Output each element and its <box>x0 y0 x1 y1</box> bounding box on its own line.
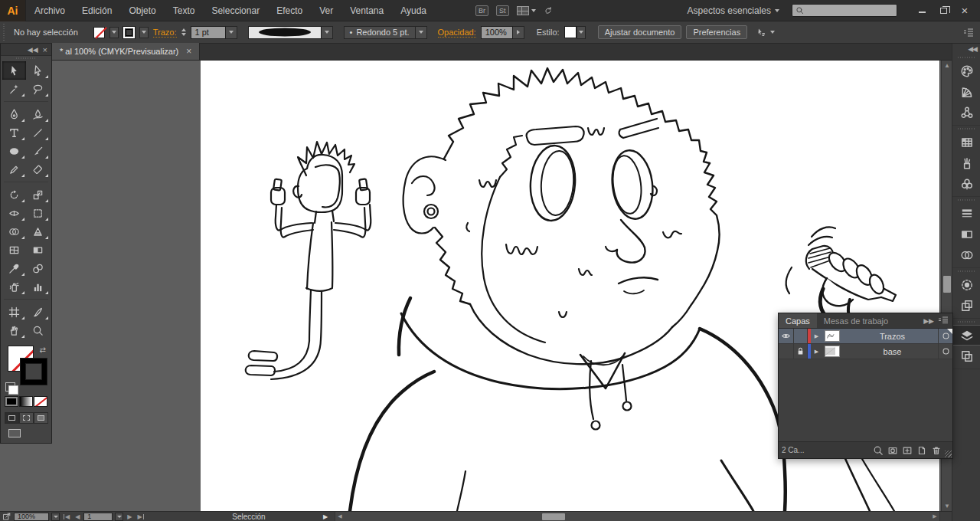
expand-panel-icon[interactable]: ▶▶ <box>923 317 934 325</box>
style-swatch[interactable] <box>564 26 577 38</box>
draw-inside-button[interactable] <box>34 412 48 424</box>
menu-item-seleccionar[interactable]: Seleccionar <box>203 0 268 21</box>
close-panel-icon[interactable]: × <box>43 45 47 54</box>
opacity-dropdown[interactable] <box>513 26 524 39</box>
make-clipping-mask-icon[interactable] <box>885 444 900 457</box>
collapse-panel-icon[interactable]: ◀◀ <box>28 46 38 54</box>
default-fill-stroke-icon[interactable] <box>5 382 15 392</box>
graphic-styles-panel-icon[interactable] <box>952 295 980 316</box>
width-profile-dropdown[interactable] <box>322 26 333 39</box>
color-themes-panel-icon[interactable] <box>952 102 980 123</box>
color-button[interactable] <box>5 396 18 407</box>
draw-normal-button[interactable] <box>5 412 19 424</box>
minimize-button[interactable] <box>911 2 933 19</box>
new-layer-icon[interactable] <box>914 444 929 457</box>
screen-mode-button[interactable] <box>1 424 51 443</box>
dock-group-grip[interactable] <box>952 268 980 274</box>
opacity-panel-link[interactable]: Opacidad: <box>438 28 476 38</box>
slice-tool[interactable] <box>26 303 50 321</box>
pen-tool[interactable] <box>2 105 26 123</box>
controlbar-panel-menu[interactable] <box>963 28 980 37</box>
symbols-panel-icon[interactable] <box>952 173 980 194</box>
ellipse-tool[interactable] <box>2 142 26 160</box>
expand-layer-icon[interactable]: ▶ <box>811 329 822 343</box>
color-guide-panel-icon[interactable] <box>952 81 980 102</box>
layers-panel-icon[interactable] <box>952 325 980 346</box>
tab-mesas-de-trabajo[interactable]: Mesas de trabajo <box>817 313 895 328</box>
dock-group-grip[interactable] <box>952 197 980 203</box>
locate-object-icon[interactable] <box>871 444 885 457</box>
line-segment-tool[interactable] <box>26 123 50 142</box>
opacity-field[interactable]: 100% <box>481 26 513 39</box>
status-expand-icon[interactable]: ▶ <box>323 513 328 520</box>
stroke-panel-link[interactable]: Trazo: <box>153 28 177 38</box>
artboard-tool[interactable] <box>2 303 26 321</box>
tab-capas[interactable]: Capas <box>779 313 817 328</box>
pencil-tool[interactable] <box>2 160 26 179</box>
dock-group-grip[interactable] <box>952 54 980 61</box>
panel-resize-grip[interactable] <box>945 451 952 457</box>
vertical-scroll-thumb[interactable] <box>943 276 951 293</box>
delete-layer-icon[interactable] <box>929 444 943 457</box>
paintbrush-tool[interactable] <box>26 142 50 160</box>
expand-dock-icon[interactable]: ◀◀ <box>952 44 980 54</box>
stroke-width-dropdown[interactable] <box>226 26 237 39</box>
menu-item-edicion[interactable]: Edición <box>74 0 120 21</box>
style-dropdown[interactable] <box>577 26 586 39</box>
search-input[interactable] <box>807 6 891 15</box>
stroke-dropdown[interactable] <box>139 27 149 38</box>
gradient-panel-icon[interactable] <box>952 224 980 244</box>
menu-item-ver[interactable]: Ver <box>311 0 341 21</box>
zoom-level-field[interactable]: 100% <box>14 513 49 521</box>
gradient-button[interactable] <box>19 396 33 407</box>
swatches-panel-icon[interactable] <box>952 132 980 152</box>
new-sublayer-icon[interactable] <box>900 444 914 457</box>
eraser-tool[interactable] <box>26 160 50 179</box>
appearance-panel-icon[interactable] <box>952 274 980 295</box>
symbol-sprayer-tool[interactable] <box>2 277 26 296</box>
perspective-grid-tool[interactable] <box>26 222 50 241</box>
lasso-tool[interactable] <box>26 80 50 98</box>
first-artboard-button[interactable]: ◀ <box>62 513 71 520</box>
menu-item-ventana[interactable]: Ventana <box>341 0 392 21</box>
restore-button[interactable] <box>933 2 954 19</box>
menu-item-efecto[interactable]: Efecto <box>268 0 311 21</box>
scroll-right-icon[interactable]: ▶ <box>930 512 939 521</box>
controlbar-grip[interactable] <box>2 24 6 41</box>
eyedropper-tool[interactable] <box>2 259 26 277</box>
magic-wand-tool[interactable] <box>2 80 26 98</box>
next-artboard-button[interactable]: ▶ <box>126 513 133 520</box>
brush-dropdown[interactable] <box>416 26 427 39</box>
brush-definition[interactable]: • Redondo 5 pt. <box>344 26 416 39</box>
layer-target-icon[interactable] <box>938 344 952 359</box>
stroke-width-stepper[interactable] <box>181 28 186 36</box>
close-button[interactable]: × <box>954 2 975 19</box>
layer-name[interactable]: Trazos <box>842 329 938 343</box>
width-profile-preview[interactable] <box>248 26 322 39</box>
hand-tool[interactable] <box>2 321 26 339</box>
dock-group-grip[interactable] <box>952 319 980 325</box>
lock-toggle[interactable] <box>794 344 808 359</box>
curvature-pen-tool[interactable] <box>26 105 50 123</box>
share-icon[interactable] <box>2 512 11 521</box>
dock-group-grip[interactable] <box>952 126 980 132</box>
width-tool[interactable] <box>2 204 26 222</box>
free-transform-tool[interactable] <box>26 204 50 222</box>
shape-builder-tool[interactable] <box>2 222 26 241</box>
layer-target-icon[interactable] <box>938 329 952 343</box>
transparency-panel-icon[interactable] <box>952 244 980 265</box>
layer-name[interactable]: base <box>842 344 938 359</box>
tools-panel-grip[interactable] <box>1 56 51 61</box>
draw-behind-button[interactable] <box>19 412 34 424</box>
layer-row-trazos[interactable]: ▶Trazos <box>779 329 952 344</box>
zoom-dropdown[interactable] <box>51 513 60 521</box>
stroke-width-field[interactable]: 1 pt <box>191 26 226 39</box>
workspace-switcher[interactable]: Aspectos esenciales <box>683 4 784 18</box>
menu-item-texto[interactable]: Texto <box>165 0 204 21</box>
artboard-number-field[interactable]: 1 <box>83 513 113 521</box>
expand-layer-icon[interactable]: ▶ <box>811 344 822 359</box>
scale-tool[interactable] <box>26 185 50 204</box>
lock-toggle[interactable] <box>794 329 808 343</box>
color-panel-icon[interactable] <box>952 61 980 81</box>
mesh-tool[interactable] <box>2 241 26 259</box>
